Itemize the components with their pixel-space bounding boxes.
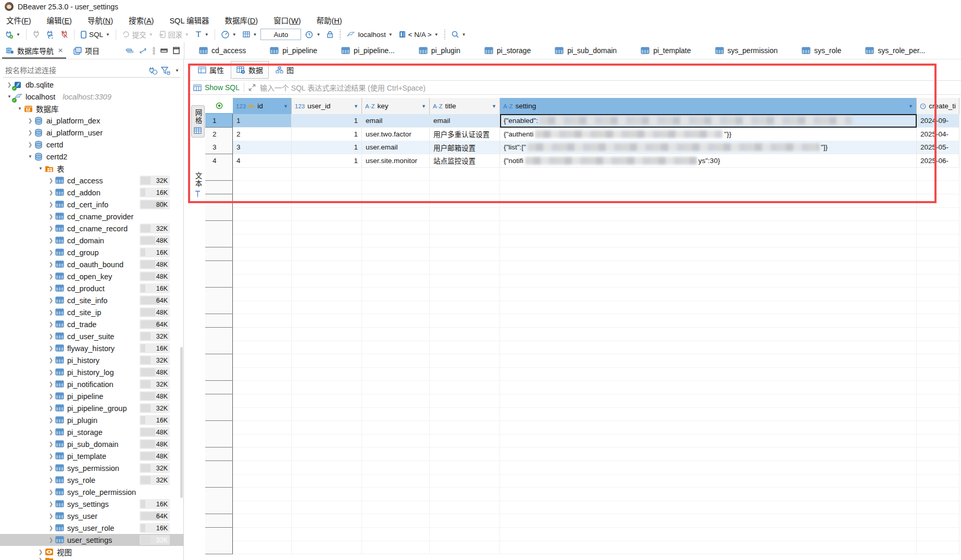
empty-cell[interactable] [233,501,292,514]
chevron-right-icon[interactable]: ❯ [48,214,54,219]
empty-cell[interactable] [500,207,917,221]
empty-cell[interactable] [430,541,500,554]
tree-item-sys_role_permission[interactable]: ❯sys_role_permission [0,486,183,498]
empty-cell[interactable] [500,194,917,208]
empty-cell[interactable] [233,194,292,208]
empty-cell[interactable] [430,474,500,488]
empty-cell[interactable] [233,181,292,194]
cell-setting[interactable]: {"notifiys":30} [500,154,917,168]
chevron-right-icon[interactable]: ❯ [48,345,54,351]
empty-cell[interactable] [500,354,917,368]
tree-item-sys_permission[interactable]: ❯sys_permission32K [0,462,183,474]
menu-item[interactable]: 导航(N) [88,15,113,26]
empty-cell[interactable] [917,194,959,208]
empty-cell[interactable] [233,314,292,328]
connect-button[interactable] [30,29,42,40]
empty-cell[interactable] [292,421,362,434]
cell-create_ti[interactable]: 2024-09- [917,114,959,128]
empty-cell[interactable] [500,167,917,181]
chevron-right-icon[interactable]: ❯ [48,178,54,183]
empty-cell[interactable] [917,407,959,421]
empty-cell[interactable] [917,181,959,194]
empty-cell[interactable] [292,394,362,408]
chevron-right-icon[interactable]: ❯ [48,489,54,495]
empty-cell[interactable] [430,221,500,234]
cell-key[interactable]: user.two.factor [362,128,430,141]
empty-cell[interactable] [292,274,362,288]
empty-cell[interactable] [917,434,959,447]
empty-cell[interactable] [430,461,500,475]
empty-cell[interactable] [233,288,292,301]
column-dropdown-icon[interactable]: ▼ [354,104,358,109]
empty-cell[interactable] [233,381,292,394]
empty-cell[interactable] [362,501,430,514]
rollback-button[interactable]: 回滚 ▼ [157,28,191,41]
tree-item-user_settings[interactable]: ❯user_settings32K [0,534,183,546]
editor-tab-pi_storage[interactable]: pi_storage [484,46,531,55]
text-view-button[interactable]: 文本 [192,169,204,201]
tree-item-certd2[interactable]: ▼certd2 [0,151,183,163]
empty-cell[interactable] [292,367,362,381]
cell-title[interactable]: 用户邮箱设置 [430,141,500,154]
empty-cell[interactable] [233,447,292,461]
tree-item-flyway_history[interactable]: ❯flyway_history16K [0,342,183,354]
empty-cell[interactable] [233,434,292,447]
empty-cell[interactable] [917,354,959,368]
empty-cell[interactable] [233,461,292,475]
empty-cell[interactable] [233,474,292,488]
grid-corner-cell[interactable] [205,98,233,114]
empty-cell[interactable] [292,207,362,221]
empty-cell[interactable] [362,461,430,475]
tab-database-navigator[interactable]: 数据库导航 ✕ [0,42,68,59]
tree-item-cd_oauth_bound[interactable]: ❯cd_oauth_bound48K [0,258,183,270]
chevron-right-icon[interactable]: ❯ [48,321,54,327]
menu-item[interactable]: SQL 编辑器 [169,15,209,26]
empty-cell[interactable] [917,247,959,261]
reconnect-button[interactable] [44,29,57,40]
empty-cell[interactable] [233,354,292,368]
commit-mode-select[interactable]: Auto [260,29,301,40]
chevron-down-icon[interactable]: ▼ [38,166,44,171]
maximize-icon[interactable] [173,47,180,54]
close-icon[interactable]: ✕ [58,47,63,54]
chevron-right-icon[interactable]: ❯ [48,381,54,387]
column-header-key[interactable]: A·Zkey▼ [362,98,430,114]
empty-cell[interactable] [233,274,292,288]
tree-item-sys_user[interactable]: ❯sys_user64K [0,510,183,522]
editor-tab-pi_sub_domain[interactable]: pi_sub_domain [555,46,617,55]
empty-cell[interactable] [292,234,362,247]
empty-cell[interactable] [362,314,430,328]
empty-cell[interactable] [500,434,917,447]
empty-cell[interactable] [500,474,917,488]
cell-setting[interactable]: {"enabled": [500,114,917,128]
empty-cell[interactable] [362,474,430,488]
tree-item-certd[interactable]: ❯certd [0,139,183,151]
empty-cell[interactable] [430,261,500,275]
new-connection-button[interactable]: ▼ [3,29,22,40]
cell-setting[interactable]: {"list":[""]} [500,141,917,154]
result-filter-placeholder[interactable]: 输入一个 SQL 表达式来过滤结果 (使用 Ctrl+Space) [260,82,426,93]
empty-cell[interactable] [362,514,430,528]
transaction-mode-button[interactable]: ▼ [193,29,211,40]
empty-cell[interactable] [430,447,500,461]
empty-cell[interactable] [430,354,500,368]
tree-item-cd_open_key[interactable]: ❯cd_open_key48K [0,270,183,282]
empty-cell[interactable] [292,488,362,501]
empty-cell[interactable] [362,381,430,394]
column-header-create_ti[interactable]: create_ti [917,98,959,114]
empty-cell[interactable] [233,421,292,434]
tree-item-数据库[interactable]: ▼数据库 [0,103,183,115]
tree-item-cd_product[interactable]: ❯cd_product16K [0,282,183,294]
empty-cell[interactable] [917,221,959,234]
chevron-right-icon[interactable]: ❯ [48,250,54,255]
empty-cell[interactable] [430,528,500,541]
empty-cell[interactable] [917,328,959,341]
column-header-title[interactable]: A·Ztitle▼ [430,98,500,114]
minimize-icon[interactable] [160,48,168,53]
filter-connections-icon[interactable] [161,66,171,75]
empty-cell[interactable] [430,394,500,408]
empty-cell[interactable] [362,528,430,541]
cell-create_ti[interactable]: 2025-05- [917,141,959,154]
empty-cell[interactable] [362,194,430,208]
commit-button[interactable]: 提交 ▼ [120,28,155,41]
